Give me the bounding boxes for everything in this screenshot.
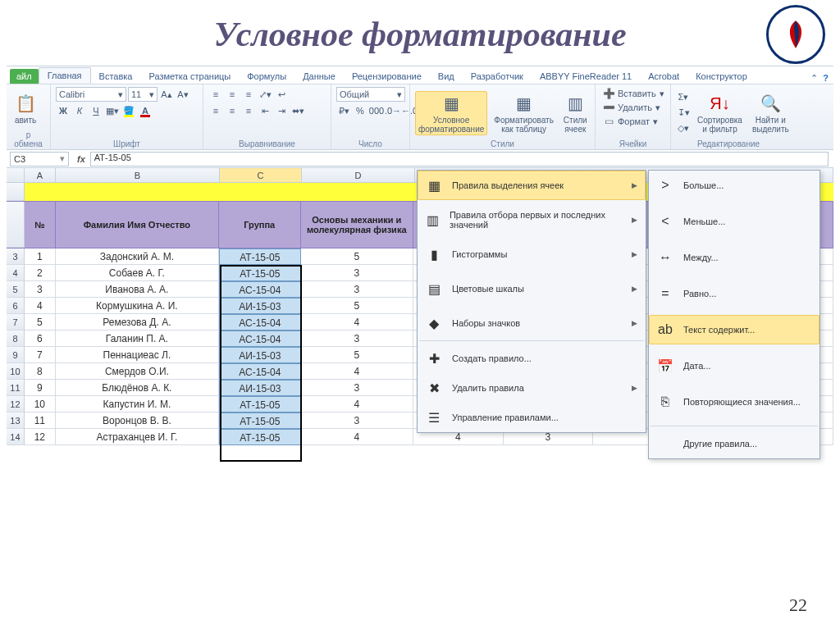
cell-group[interactable]: АТ-15-05 — [219, 412, 301, 429]
cell-d[interactable]: 3 — [301, 412, 413, 429]
cell-fio[interactable]: Смердов О.И. — [56, 363, 219, 380]
cell-d[interactable]: 4 — [301, 396, 413, 412]
help-icon[interactable]: ? — [823, 73, 829, 84]
increase-indent-icon[interactable]: ⇥ — [274, 103, 289, 118]
cell-fio[interactable]: Ремезова Д. А. — [56, 314, 219, 330]
align-right-icon[interactable]: ≡ — [241, 103, 256, 118]
fx-icon[interactable]: fx — [72, 154, 90, 164]
font-size-combo[interactable]: 11▾ — [128, 87, 158, 102]
format-as-table-button[interactable]: ▦Форматировать как таблицу — [491, 91, 557, 135]
menu-item[interactable]: ◆Наборы значков▶ — [418, 308, 646, 338]
menu-item[interactable]: <Меньше... — [649, 207, 819, 236]
shrink-font-icon[interactable]: A▾ — [176, 87, 190, 102]
decrease-indent-icon[interactable]: ⇤ — [258, 103, 272, 118]
cell-d[interactable]: 3 — [301, 380, 413, 396]
tab-abbyy[interactable]: ABBYY FineReader 11 — [532, 69, 640, 84]
conditional-formatting-button[interactable]: ▦Условное форматирование — [415, 91, 487, 135]
tab-developer[interactable]: Разработчик — [463, 69, 532, 84]
bold-button[interactable]: Ж — [56, 103, 71, 118]
tab-view[interactable]: Вид — [430, 69, 463, 84]
menu-item[interactable]: ✖Удалить правила▶ — [418, 373, 646, 403]
cell-d[interactable]: 4 — [301, 314, 413, 330]
cell-n[interactable]: 3 — [25, 281, 56, 298]
cell-d[interactable]: 3 — [301, 265, 413, 281]
cell-d[interactable]: 4 — [301, 363, 413, 380]
tab-file[interactable]: айл — [10, 69, 39, 84]
tab-acrobat[interactable]: Acrobat — [640, 69, 687, 84]
cell-group[interactable]: АС-15-04 — [219, 363, 301, 380]
align-top-icon[interactable]: ≡ — [208, 87, 223, 102]
cell-n[interactable]: 11 — [25, 412, 56, 429]
currency-button[interactable]: ₽▾ — [336, 103, 351, 118]
cell-n[interactable]: 10 — [25, 396, 56, 412]
cell-group[interactable]: АИ-15-03 — [219, 380, 301, 396]
menu-item[interactable]: ▮Гистограммы▶ — [418, 239, 646, 269]
col-c[interactable]: C — [220, 168, 302, 182]
cell-fio[interactable]: Иванова А. А. — [56, 281, 219, 298]
clear-button[interactable]: ◇▾ — [676, 121, 691, 136]
menu-item[interactable]: ↔Между... — [649, 243, 819, 272]
tab-design[interactable]: Конструктор — [687, 69, 756, 84]
col-d[interactable]: D — [302, 168, 415, 182]
grow-font-icon[interactable]: A▴ — [159, 87, 174, 102]
underline-button[interactable]: Ч — [89, 103, 103, 118]
cell-n[interactable]: 6 — [25, 330, 56, 347]
align-center-icon[interactable]: ≡ — [225, 103, 240, 118]
orientation-icon[interactable]: ⤢▾ — [258, 87, 272, 102]
menu-item[interactable]: >Больше... — [649, 171, 819, 200]
tab-review[interactable]: Рецензирование — [344, 69, 430, 84]
cell-group[interactable]: АС-15-04 — [219, 281, 301, 298]
tab-layout[interactable]: Разметка страницы — [140, 69, 239, 84]
cell-fio[interactable]: Задонский А. М. — [56, 248, 219, 265]
menu-item[interactable]: ☰Управление правилами... — [418, 403, 646, 432]
cell-fio[interactable]: Капустин И. М. — [56, 396, 219, 412]
minimize-ribbon-icon[interactable]: ⌃ — [810, 73, 818, 84]
fill-color-button[interactable]: 🪣 — [121, 103, 136, 118]
border-button[interactable]: ▦▾ — [105, 103, 120, 118]
cell-fio[interactable]: Собаев А. Г. — [56, 265, 219, 281]
cell-styles-button[interactable]: ▥Стили ячеек — [560, 91, 591, 135]
tab-formulas[interactable]: Формулы — [239, 69, 294, 84]
inc-decimal-icon[interactable]: .0→ — [386, 103, 400, 118]
font-name-combo[interactable]: Calibri▾ — [56, 87, 126, 102]
cell-group[interactable]: АТ-15-05 — [219, 396, 301, 412]
menu-item[interactable]: =Равно... — [649, 279, 819, 308]
format-cells-button[interactable]: ▭Формат▾ — [600, 115, 660, 128]
align-middle-icon[interactable]: ≡ — [225, 87, 240, 102]
cell-n[interactable]: 2 — [25, 265, 56, 281]
cell-fio[interactable]: Кормушкина А. И. — [56, 298, 219, 314]
menu-item[interactable]: ▤Цветовые шкалы▶ — [418, 274, 646, 303]
cell-d[interactable]: 4 — [301, 429, 413, 445]
cell-n[interactable]: 9 — [25, 380, 56, 396]
cell-n[interactable]: 7 — [25, 347, 56, 363]
tab-insert[interactable]: Вставка — [91, 69, 141, 84]
cell-fio[interactable]: Воронцов В. В. — [56, 412, 219, 429]
font-color-button[interactable]: A — [138, 103, 153, 118]
formula-input[interactable]: АТ-15-05 — [90, 152, 829, 166]
find-select-button[interactable]: 🔍Найти и выделить — [749, 91, 792, 135]
cell-n[interactable]: 4 — [25, 298, 56, 314]
cell-fio[interactable]: Пеннациеас Л. — [56, 347, 219, 363]
cell-n[interactable]: 5 — [25, 314, 56, 330]
cell-group[interactable]: АС-15-04 — [219, 314, 301, 330]
select-all-corner[interactable] — [7, 168, 25, 182]
cell-fio[interactable]: Галанин П. А. — [56, 330, 219, 347]
menu-item[interactable]: ✚Создать правило... — [418, 344, 646, 373]
menu-item[interactable]: 📅Дата... — [649, 351, 819, 381]
comma-button[interactable]: 000 — [369, 103, 384, 118]
fill-button[interactable]: ↧▾ — [676, 106, 691, 121]
merge-button[interactable]: ⬌▾ — [290, 103, 305, 118]
tab-data[interactable]: Данные — [294, 69, 344, 84]
insert-cells-button[interactable]: ➕Вставить▾ — [600, 87, 667, 100]
col-a[interactable]: A — [25, 168, 56, 182]
paste-button[interactable]: 📋авить — [11, 91, 39, 126]
name-box[interactable]: C3▾ — [10, 152, 69, 166]
cell-n[interactable]: 1 — [25, 248, 56, 265]
cell-d[interactable]: 5 — [301, 298, 413, 314]
align-left-icon[interactable]: ≡ — [208, 103, 223, 118]
menu-item[interactable]: ⎘Повторяющиеся значения... — [649, 387, 819, 417]
menu-other-rules[interactable]: Другие правила... — [649, 429, 819, 458]
wrap-text-button[interactable]: ↩ — [274, 87, 289, 102]
cell-d[interactable]: 5 — [301, 347, 413, 363]
cell-d[interactable]: 3 — [301, 281, 413, 298]
